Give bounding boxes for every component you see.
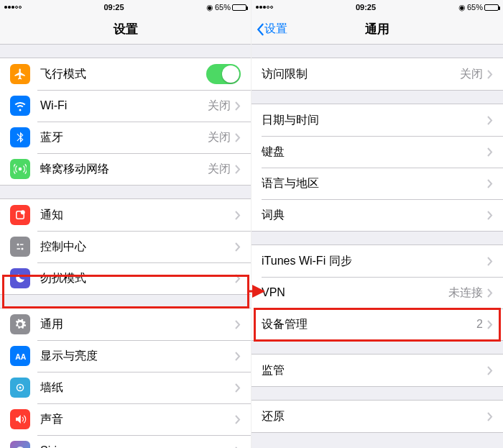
row-label: 蜂窝移动网络 [40,162,208,177]
svg-point-9 [19,387,22,389]
display-icon: AA [10,346,30,366]
bluetooth-icon [10,127,30,147]
row-reset[interactable]: 还原 [251,401,503,432]
chevron-right-icon [235,133,241,142]
row-value: 关闭 [460,67,483,82]
row-keyboard[interactable]: 键盘 [251,136,503,168]
row-vpn[interactable]: VPN 未连接 [251,277,503,308]
row-sound[interactable]: 声音 [0,403,251,435]
chevron-right-icon [235,242,241,252]
signal-dots-icon [256,6,273,9]
row-label: 蓝牙 [40,130,208,145]
chevron-right-icon [235,415,241,424]
row-label: 通用 [40,317,235,332]
row-label: 监管 [262,363,487,378]
row-itunes-wifi-sync[interactable]: iTunes Wi-Fi 同步 [251,245,503,277]
airplane-icon [10,64,30,84]
row-value: 关闭 [208,99,231,114]
svg-text:AA: AA [15,352,27,361]
row-device-management[interactable]: 设备管理 2 [251,308,503,340]
chevron-right-icon [235,101,241,111]
row-language[interactable]: 语言与地区 [251,168,503,199]
battery-pct: 65% [215,3,231,12]
battery-icon [484,4,499,11]
row-label: VPN [262,286,448,299]
row-bluetooth[interactable]: 蓝牙 关闭 [0,122,251,153]
svg-rect-6 [17,248,21,250]
chevron-right-icon [235,383,241,393]
status-time: 09:25 [356,3,376,12]
chevron-right-icon [487,320,493,329]
gear-icon [10,314,30,334]
moon-icon [10,268,30,288]
svg-point-5 [22,248,24,250]
screenrec-icon: ◉ [458,3,466,12]
back-label: 设置 [264,22,287,37]
status-bar: 09:25 ◉ 65% [251,0,503,14]
row-control-center[interactable]: 控制中心 [0,231,251,262]
chevron-right-icon [487,412,493,421]
row-dnd[interactable]: 勿扰模式 [0,262,251,294]
row-cellular[interactable]: 蜂窝移动网络 关闭 [0,153,251,185]
row-label: 键盘 [262,145,487,160]
battery-pct: 65% [467,3,483,12]
back-button[interactable]: 设置 [256,22,287,37]
row-label: 访问限制 [262,67,460,82]
row-label: 墙纸 [40,380,235,396]
row-label: 通知 [40,208,235,223]
chevron-right-icon [487,116,493,125]
row-airplane-mode[interactable]: 飞行模式 [0,58,251,90]
row-label: iTunes Wi-Fi 同步 [262,254,487,269]
row-general[interactable]: 通用 [0,308,251,340]
phone-settings: 09:25 ◉ 65% 设置 飞行模式 Wi-Fi 关闭 [0,0,251,448]
chevron-right-icon [487,147,493,157]
row-label: 日期与时间 [262,113,487,128]
nav-bar: 设置 [0,14,251,45]
nav-bar: 设置 通用 [251,14,503,45]
row-restrictions[interactable]: 访问限制 关闭 [251,58,503,90]
signal-dots-icon [4,6,22,9]
row-label: 显示与亮度 [40,349,235,364]
row-dictionary[interactable]: 词典 [251,199,503,231]
chevron-right-icon [487,179,493,188]
row-value: 关闭 [208,162,231,177]
siri-icon [10,441,30,448]
row-wallpaper[interactable]: 墙纸 [0,372,251,403]
chevron-right-icon [487,211,493,220]
airplane-toggle[interactable] [206,64,241,84]
row-siri[interactable]: Siri [0,435,251,448]
chevron-right-icon [235,320,241,329]
row-value: 关闭 [208,130,231,145]
battery-icon [232,4,246,11]
row-label: 控制中心 [40,239,235,255]
chevron-right-icon [487,366,493,375]
row-notifications[interactable]: 通知 [0,199,251,231]
row-label: 还原 [262,409,487,424]
row-wifi[interactable]: Wi-Fi 关闭 [0,90,251,122]
cellular-icon [10,159,30,179]
row-value: 2 [476,318,483,331]
row-label: 词典 [262,208,487,223]
svg-point-3 [17,244,19,246]
page-title: 设置 [114,21,138,37]
row-value: 未连接 [448,285,483,301]
chevron-right-icon [487,288,493,298]
control-center-icon [10,237,30,257]
wallpaper-icon [10,378,30,398]
row-label: Siri [40,444,235,448]
row-display[interactable]: AA 显示与亮度 [0,340,251,372]
chevron-right-icon [487,257,493,266]
wifi-icon [10,96,30,116]
row-datetime[interactable]: 日期与时间 [251,104,503,136]
row-label: 设备管理 [262,317,476,332]
chevron-right-icon [235,352,241,361]
status-bar: 09:25 ◉ 65% [0,0,251,14]
chevron-right-icon [235,165,241,174]
row-label: 飞行模式 [40,67,206,82]
screenrec-icon: ◉ [206,3,213,12]
svg-point-2 [22,211,25,214]
chevron-right-icon [235,274,241,283]
chevron-right-icon [235,211,241,220]
row-regulatory[interactable]: 监管 [251,355,503,386]
notifications-icon [10,205,30,225]
